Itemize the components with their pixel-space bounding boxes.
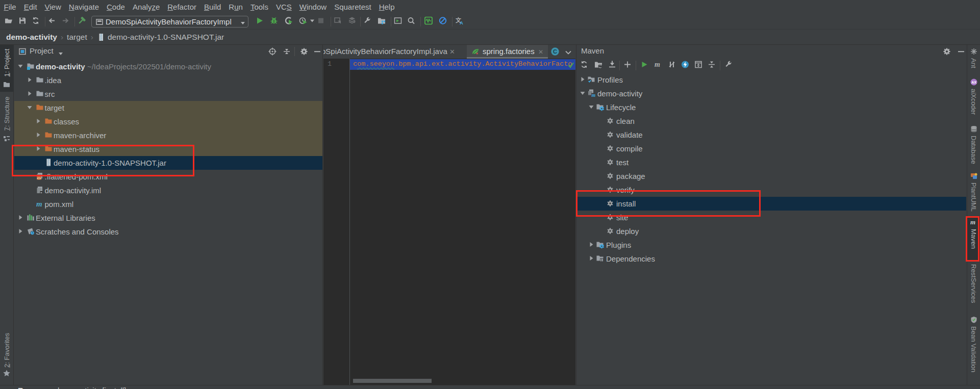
svg-text:A: A (460, 20, 463, 25)
svg-text:m: m (592, 92, 595, 97)
svg-text:C: C (553, 48, 557, 55)
svg-text:AX: AX (971, 81, 976, 84)
svg-text:m: m (655, 61, 660, 68)
svg-text:m: m (45, 386, 52, 389)
svg-text:m: m (36, 199, 42, 208)
svg-text:<>: <> (37, 176, 41, 180)
